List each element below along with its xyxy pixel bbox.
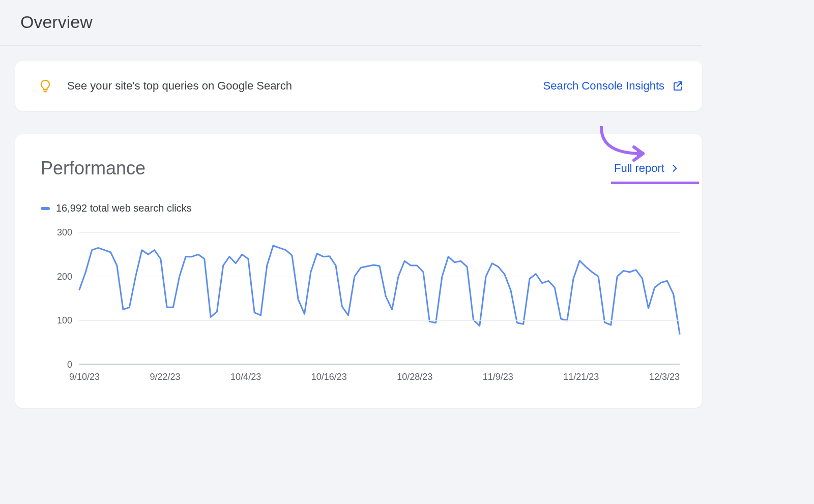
chart-baseline xyxy=(79,364,680,365)
page-title: Overview xyxy=(0,0,702,45)
performance-card: Performance Full report 16,992 total web… xyxy=(15,134,702,408)
x-tick-label: 10/4/23 xyxy=(230,372,261,382)
insights-link-label: Search Console Insights xyxy=(543,79,664,93)
performance-title: Performance xyxy=(41,158,146,179)
legend-label: 16,992 total web search clicks xyxy=(56,202,192,214)
y-axis-labels: 0100200300 xyxy=(41,232,76,382)
y-tick-label: 300 xyxy=(57,227,72,238)
svg-marker-0 xyxy=(637,149,643,159)
x-axis-labels: 9/10/239/22/2310/4/2310/16/2310/28/2311/… xyxy=(79,372,680,382)
divider xyxy=(0,45,702,46)
annotation-underline xyxy=(611,182,699,184)
full-report-label: Full report xyxy=(614,162,664,175)
insights-text: See your site's top queries on Google Se… xyxy=(67,79,543,93)
search-console-insights-link[interactable]: Search Console Insights xyxy=(543,79,684,93)
x-tick-label: 11/9/23 xyxy=(483,372,513,382)
y-tick-label: 100 xyxy=(57,315,72,326)
y-tick-label: 0 xyxy=(67,360,72,370)
chart-plot xyxy=(79,232,680,365)
x-tick-label: 10/28/23 xyxy=(397,372,432,382)
x-tick-label: 12/3/23 xyxy=(649,372,680,382)
x-tick-label: 11/21/23 xyxy=(563,372,599,382)
y-tick-label: 200 xyxy=(57,271,72,282)
x-tick-label: 9/22/23 xyxy=(150,372,181,382)
legend-swatch xyxy=(41,207,50,210)
lightbulb-icon xyxy=(38,78,53,94)
chart-area: 0100200300 9/10/239/22/2310/4/2310/16/23… xyxy=(41,232,680,382)
chart-line xyxy=(79,232,680,365)
chart-legend: 16,992 total web search clicks xyxy=(41,202,680,214)
insights-card: See your site's top queries on Google Se… xyxy=(15,61,702,111)
full-report-link[interactable]: Full report xyxy=(614,162,680,175)
chevron-right-icon xyxy=(670,163,680,173)
x-tick-label: 10/16/23 xyxy=(311,372,347,382)
external-link-icon xyxy=(672,80,684,92)
